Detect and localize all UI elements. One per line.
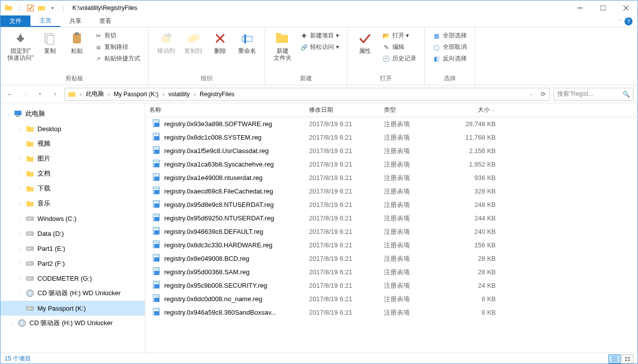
column-size[interactable]: 大小⌄ (450, 106, 500, 114)
large-icons-view-button[interactable] (622, 355, 634, 364)
file-row[interactable]: registry.0xa1e49008.ntuserdat.reg2017/8/… (145, 171, 638, 184)
maximize-button[interactable] (592, 0, 615, 15)
paste-shortcut-button[interactable]: ↗粘贴快捷方式 (92, 53, 142, 64)
tab-file[interactable]: 文件 (0, 15, 30, 27)
tab-home[interactable]: 主页 (30, 15, 60, 27)
chevron-right-icon[interactable]: › (79, 91, 83, 98)
copy-to-button[interactable]: 复制到 (180, 29, 207, 55)
breadcrumb-item[interactable]: RegistryFiles (197, 91, 237, 98)
expand-icon[interactable]: › (18, 246, 22, 251)
properties-button[interactable]: 属性 (351, 29, 378, 55)
tree-item[interactable]: › CD 驱动器 (H:) WD Unlocker (0, 316, 145, 331)
tab-share[interactable]: 共享 (60, 15, 90, 27)
column-name[interactable]: 名称 (145, 106, 305, 114)
navigation-tree[interactable]: ⌄ 此电脑 ›Desktop›视频›图片›文档›下载›音乐›Windows (C… (0, 103, 145, 353)
file-row[interactable]: registry.0x95d8e9c8.NTUSERDAT.reg2017/8/… (145, 198, 638, 211)
address-bar[interactable]: › 此电脑 › My Passport (K:) › volatility › … (64, 88, 550, 101)
tree-item[interactable]: ›视频 (0, 136, 145, 151)
edit-button[interactable]: ✎编辑 (380, 42, 418, 52)
search-input[interactable]: 搜索"Regist... 🔍 (554, 88, 634, 101)
breadcrumb-item[interactable]: volatility (165, 91, 193, 98)
history-button[interactable]: 🕘历史记录 (380, 53, 418, 64)
file-list[interactable]: registry.0x93e3a898.SOFTWARE.reg2017/8/1… (145, 117, 638, 353)
file-row[interactable]: registry.0x8dc3c330.HARDWARE.reg2017/8/1… (145, 238, 638, 252)
folder-qat-icon[interactable] (36, 3, 46, 13)
tree-item[interactable]: ›Windows (C:) (0, 211, 145, 226)
expand-icon[interactable]: › (18, 172, 22, 176)
back-button[interactable]: ← (4, 89, 15, 100)
tree-item[interactable]: ›Part1 (E:) (0, 241, 145, 256)
properties-qat-icon[interactable] (25, 3, 35, 13)
file-row[interactable]: registry.0x93e3a898.SOFTWARE.reg2017/8/1… (145, 117, 638, 131)
expand-icon[interactable]: › (10, 321, 14, 326)
tree-item[interactable]: ›Data (D:) (0, 226, 145, 241)
move-to-button[interactable]: 移动到 (153, 29, 180, 55)
address-dropdown[interactable]: ⌄ (525, 88, 537, 100)
easy-access-button[interactable]: 🔗轻松访问 ▾ (298, 42, 340, 52)
details-view-button[interactable] (609, 355, 621, 364)
tree-item[interactable]: ›My Passport (K:) (0, 301, 145, 316)
new-folder-button[interactable]: 新建 文件夹 (269, 29, 296, 62)
file-row[interactable]: registry.0xaecd69c8.FileCachedat.reg2017… (145, 184, 638, 198)
file-row[interactable]: registry.0x946a59c8.360SandBoxsav...2017… (145, 306, 638, 319)
cut-button[interactable]: ✂剪切 (92, 30, 142, 41)
minimize-button[interactable] (569, 0, 592, 15)
recent-dropdown[interactable]: ▾ (34, 89, 45, 100)
minimize-ribbon-icon[interactable]: ⌃ (618, 19, 622, 23)
paste-button[interactable]: 粘贴 (63, 29, 90, 55)
help-icon[interactable]: ? (625, 17, 633, 25)
expand-icon[interactable]: › (18, 261, 22, 266)
chevron-right-icon[interactable]: › (193, 91, 197, 98)
chevron-right-icon[interactable]: › (107, 91, 111, 98)
expand-icon[interactable]: ⌄ (6, 112, 10, 116)
file-row[interactable]: registry.0x946639c8.DEFAULT.reg2017/8/19… (145, 225, 638, 238)
expand-icon[interactable]: › (18, 276, 22, 281)
file-row[interactable]: registry.0x8dc1c008.SYSTEM.reg2017/8/19 … (145, 131, 638, 144)
pin-button[interactable]: 固定到" 快速访问" (4, 29, 36, 62)
tree-item[interactable]: ›音乐 (0, 196, 145, 211)
expand-icon[interactable]: › (18, 201, 22, 206)
up-button[interactable]: ↑ (49, 89, 60, 100)
expand-icon[interactable]: › (18, 291, 22, 296)
expand-icon[interactable]: › (18, 127, 22, 131)
breadcrumb-item[interactable]: 此电脑 (83, 90, 107, 98)
breadcrumb-item[interactable]: My Passport (K:) (111, 91, 161, 98)
chevron-right-icon[interactable]: › (161, 91, 165, 98)
expand-icon[interactable]: › (18, 216, 22, 221)
expand-icon[interactable]: › (18, 142, 22, 146)
invert-selection-button[interactable]: ◧反向选择 (431, 53, 469, 64)
file-row[interactable]: registry.0x8dc0d008.no_name.reg2017/8/19… (145, 292, 638, 306)
column-type[interactable]: 类型 (380, 106, 450, 114)
copy-path-button[interactable]: ▦复制路径 (92, 42, 142, 52)
tree-item[interactable]: ›图片 (0, 151, 145, 166)
expand-icon[interactable]: › (18, 186, 22, 191)
tree-root[interactable]: ⌄ 此电脑 (0, 106, 145, 121)
close-button[interactable] (615, 0, 638, 15)
select-none-button[interactable]: ▢全部取消 (431, 42, 469, 52)
column-date[interactable]: 修改日期 (305, 106, 380, 114)
expand-icon[interactable]: › (18, 306, 22, 311)
expand-icon[interactable]: › (18, 157, 22, 161)
new-item-button[interactable]: ✚新建项目 ▾ (298, 30, 340, 41)
tree-item[interactable]: ›Desktop (0, 121, 145, 136)
forward-button[interactable]: → (19, 89, 30, 100)
expand-icon[interactable]: › (18, 231, 22, 236)
tree-item[interactable]: ›Part2 (F:) (0, 256, 145, 271)
rename-button[interactable]: 重命名 (234, 29, 261, 55)
copy-button[interactable]: 复制 (36, 29, 63, 55)
tree-item[interactable]: ›CODEMETER (G:) (0, 271, 145, 286)
file-row[interactable]: registry.0x95c9b008.SECURITY.reg2017/8/1… (145, 279, 638, 292)
delete-button[interactable]: 删除 (207, 29, 234, 55)
file-row[interactable]: registry.0x95d00368.SAM.reg2017/8/19 6:2… (145, 265, 638, 279)
pc-icon[interactable] (65, 90, 79, 98)
file-row[interactable]: registry.0x8e049008.BCD.reg2017/8/19 6:2… (145, 252, 638, 265)
tree-item[interactable]: ›CD 驱动器 (H:) WD Unlocker (0, 286, 145, 301)
tree-item[interactable]: ›文档 (0, 166, 145, 181)
file-row[interactable]: registry.0x95d69250.NTUSERDAT.reg2017/8/… (145, 211, 638, 225)
qat-dropdown-icon[interactable]: ▾ (47, 3, 57, 13)
open-button[interactable]: 📂打开 ▾ (380, 30, 418, 41)
refresh-button[interactable]: ⟳ (537, 88, 549, 100)
select-all-button[interactable]: ▦全部选择 (431, 30, 469, 41)
file-row[interactable]: registry.0xa1f5e9c8.UsrClassdat.reg2017/… (145, 144, 638, 158)
file-row[interactable]: registry.0xa1ca63b8.Syscachehve.reg2017/… (145, 158, 638, 171)
